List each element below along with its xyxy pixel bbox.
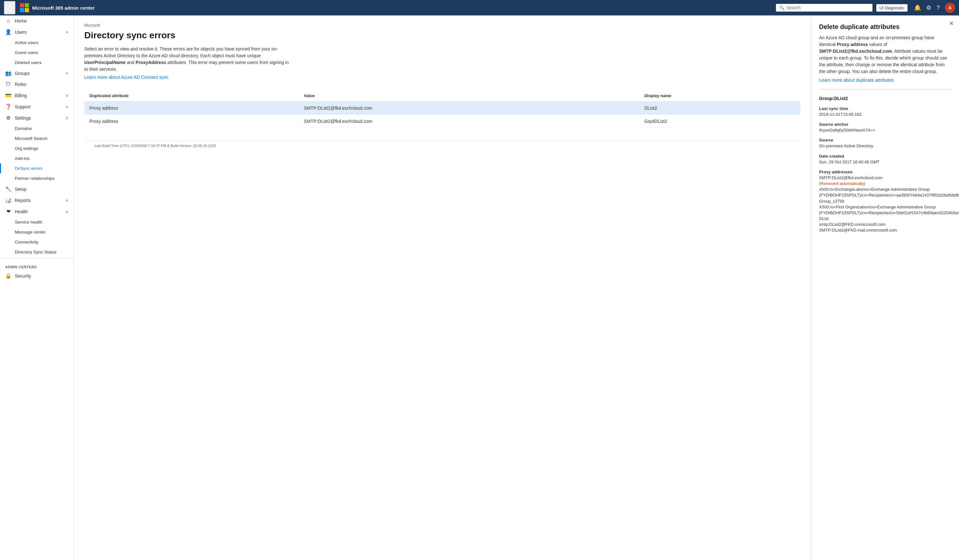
admin-centers-label: Admin centers [0, 260, 74, 270]
sidebar-item-guest-users[interactable]: Guest users [0, 48, 74, 57]
errors-table: Duplicated attribute Value Display name … [84, 90, 800, 128]
cell-display-name: Grp4DList2 [639, 115, 800, 128]
chevron-up-icon: ∧ [65, 116, 68, 120]
setup-icon: 🔧 [5, 186, 11, 192]
table-header: Duplicated attribute Value Display name [84, 90, 800, 102]
reports-icon: 📊 [5, 197, 11, 203]
cell-value: SMTP:DList2@fkd.exchcloud.com [299, 102, 639, 115]
sidebar-item-billing[interactable]: 💳 Billing ∨ [0, 90, 74, 101]
health-icon: ❤ [5, 208, 11, 215]
hamburger-menu[interactable]: ☰ [4, 1, 16, 14]
sidebar-item-connectivity[interactable]: Connectivity [0, 237, 74, 247]
sidebar-label-add-ins: Add-ins [15, 156, 68, 161]
svg-rect-2 [20, 8, 24, 12]
sidebar-item-users[interactable]: 👤 Users ∧ [0, 26, 74, 38]
chevron-up-icon: ∧ [65, 209, 68, 214]
settings-submenu: Domains Microsoft Search Org settings Ad… [0, 124, 74, 183]
sidebar-item-org-settings[interactable]: Org settings [0, 143, 74, 153]
source-value-1: On-premises Active Directory [819, 143, 959, 149]
sidebar-item-deleted-users[interactable]: Deleted users [0, 57, 74, 68]
sidebar-item-directory-sync-status[interactable]: Directory Sync Status [0, 247, 74, 257]
detail-field-proxy-addresses-1: Proxy addresses SMTP:DList2@fkd.exchclou… [819, 170, 959, 234]
detail-desc-bold2: SMTP:DList2@fkd.exchcloud.com [819, 49, 892, 54]
sidebar-divider [0, 258, 74, 259]
groups-icon: 👥 [5, 70, 11, 76]
detail-field-last-sync-1: Last sync time 2019-11-01T15:45:16Z [819, 106, 959, 118]
sidebar-label-users: Users [15, 30, 62, 35]
notifications-icon[interactable]: 🔔 [914, 4, 921, 11]
search-box[interactable]: 🔍 [776, 4, 873, 11]
sidebar-item-setup[interactable]: 🔧 Setup [0, 183, 74, 195]
page-description: Select an error to view and resolve it. … [84, 46, 293, 73]
sidebar-item-add-ins[interactable]: Add-ins [0, 153, 74, 164]
sidebar-item-partner-relationships[interactable]: Partner relationships [0, 173, 74, 183]
sidebar-item-home[interactable]: ⌂ Home [0, 16, 74, 26]
top-navigation: ☰ Microsoft 365 admin center 🔍 UI Diagno… [0, 0, 959, 16]
learn-more-duplicate-link[interactable]: Learn more about duplicate attributes [819, 78, 894, 83]
proxy-address-value-1-1: (Removed automatically) [819, 181, 959, 186]
sidebar-item-microsoft-search[interactable]: Microsoft Search [0, 134, 74, 143]
sidebar-item-domains[interactable]: Domains [0, 124, 74, 134]
detail-desc-2: values of [868, 42, 887, 47]
sidebar-item-settings[interactable]: ⚙ Settings ∧ [0, 112, 74, 124]
app-title: Microsoft 365 admin center [32, 5, 95, 11]
sidebar-item-support[interactable]: ❓ Support ∨ [0, 101, 74, 112]
sidebar-label-partner-relationships: Partner relationships [15, 176, 68, 181]
close-button[interactable]: ✕ [949, 21, 954, 26]
table-body: Proxy address SMTP:DList2@fkd.exchcloud.… [84, 102, 800, 128]
table-row[interactable]: Proxy address SMTP:DList2@fkd.exchcloud.… [84, 115, 800, 128]
ui-diagnostic-button[interactable]: UI Diagnostic [876, 4, 908, 11]
app-logo: Microsoft 365 admin center [19, 3, 95, 13]
microsoft-logo-icon [19, 3, 30, 13]
last-sync-value-1: 2019-11-01T15:45:16Z [819, 111, 959, 118]
sidebar-item-reports[interactable]: 📊 Reports ∨ [0, 195, 74, 206]
topnav-icons: 🔔 ⚙ ? A [914, 3, 955, 13]
home-icon: ⌂ [5, 18, 11, 24]
settings-icon[interactable]: ⚙ [926, 4, 931, 11]
sidebar-item-health[interactable]: ❤ Health ∧ [0, 206, 74, 217]
col-duplicated-attribute: Duplicated attribute [84, 90, 299, 102]
support-icon: ❓ [5, 103, 11, 110]
sidebar-item-groups[interactable]: 👥 Groups ∨ [0, 68, 74, 79]
detail-divider [819, 89, 951, 89]
detail-col1-title: Group:DList2 [819, 96, 959, 101]
sidebar-item-message-center[interactable]: Message center [0, 227, 74, 237]
sidebar-item-dirsync-errors[interactable]: DirSync errors [0, 164, 74, 173]
search-input[interactable] [787, 5, 869, 10]
page-title: Directory sync errors [84, 30, 800, 41]
sidebar-label-guest-users: Guest users [15, 50, 68, 55]
sidebar-item-security[interactable]: 🔒 Security [0, 270, 74, 282]
detail-desc-bold1: Proxy address [837, 42, 868, 47]
cell-value: SMTP:DList2@fkd.exchcloud.com [299, 115, 639, 128]
detail-field-source-anchor-1: Source anchor IKysnDs8q0y50i9ANwxA7A== [819, 122, 959, 133]
col-value: Value [299, 90, 639, 102]
health-submenu: Service health Message center Connectivi… [0, 217, 74, 257]
detail-columns: Group:DList2 Last sync time 2019-11-01T1… [819, 96, 951, 238]
users-submenu: Active users Guest users Deleted users [0, 38, 74, 68]
description-bold-2: ProxyAddress [136, 60, 166, 65]
sidebar-label-groups: Groups [15, 71, 62, 76]
detail-description: An Azure AD cloud group and an on-premis… [819, 34, 951, 75]
last-sync-label-1: Last sync time [819, 106, 959, 111]
sidebar-label-roles: Roles [15, 82, 68, 87]
detail-field-source-1: Source On-premises Active Directory [819, 138, 959, 149]
sidebar-item-roles[interactable]: 🛡 Roles [0, 79, 74, 90]
sidebar-label-billing: Billing [15, 93, 62, 98]
svg-rect-3 [25, 8, 29, 12]
roles-icon: 🛡 [5, 81, 11, 87]
sidebar-item-service-health[interactable]: Service health [0, 217, 74, 227]
help-icon[interactable]: ? [937, 5, 940, 11]
sidebar-label-reports: Reports [15, 198, 62, 203]
learn-more-sync-link[interactable]: Learn more about Azure AD Connect sync [84, 75, 168, 80]
avatar[interactable]: A [945, 3, 955, 13]
date-created-label-1: Date created [819, 154, 959, 159]
date-created-value-1: Sun, 29 Oct 2017 16:40:46 GMT [819, 159, 959, 165]
sidebar-item-active-users[interactable]: Active users [0, 38, 74, 48]
description-text-2: and [126, 60, 135, 65]
sidebar-label-directory-sync-status: Directory Sync Status [15, 250, 68, 255]
sidebar-label-org-settings: Org settings [15, 146, 68, 151]
table-row[interactable]: Proxy address SMTP:DList2@fkd.exchcloud.… [84, 102, 800, 115]
sidebar-label-settings: Settings [15, 116, 62, 121]
sidebar-label-domains: Domains [15, 126, 68, 131]
svg-rect-0 [20, 3, 24, 7]
